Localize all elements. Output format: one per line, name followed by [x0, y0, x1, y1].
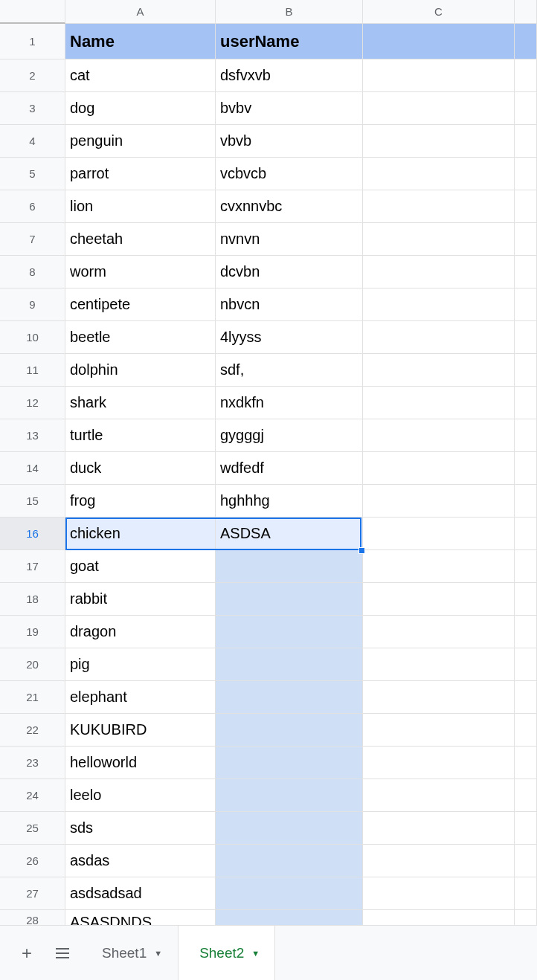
cell[interactable]: [363, 616, 515, 648]
cell[interactable]: [363, 24, 515, 59]
cell[interactable]: [216, 681, 363, 714]
cell[interactable]: [515, 550, 537, 583]
cell[interactable]: hghhhg: [216, 485, 363, 518]
cell[interactable]: [363, 747, 515, 779]
cell[interactable]: nvnvn: [216, 223, 363, 256]
cell[interactable]: vcbvcb: [216, 158, 363, 190]
cell[interactable]: dragon: [65, 616, 216, 648]
cell[interactable]: bvbv: [216, 92, 363, 125]
cell[interactable]: [363, 681, 515, 714]
cell[interactable]: cat: [65, 59, 216, 92]
column-header-c[interactable]: C: [363, 0, 515, 23]
cell[interactable]: [363, 518, 515, 550]
cell[interactable]: KUKUBIRD: [65, 714, 216, 747]
cell[interactable]: leelo: [65, 779, 216, 812]
cell[interactable]: [216, 877, 363, 910]
selection-fill-handle[interactable]: [358, 547, 365, 554]
cell[interactable]: pig: [65, 648, 216, 681]
cell[interactable]: [363, 288, 515, 321]
cell[interactable]: penguin: [65, 125, 216, 158]
cell[interactable]: [515, 747, 537, 779]
cell[interactable]: beetle: [65, 321, 216, 354]
cell[interactable]: [515, 354, 537, 387]
cell[interactable]: [363, 714, 515, 747]
cell[interactable]: rabbit: [65, 583, 216, 616]
column-header-b[interactable]: B: [216, 0, 363, 23]
row-header[interactable]: 12: [0, 387, 65, 419]
row-header[interactable]: 6: [0, 190, 65, 223]
cell[interactable]: [515, 714, 537, 747]
cell[interactable]: vbvb: [216, 125, 363, 158]
all-sheets-button[interactable]: [45, 935, 80, 971]
cell[interactable]: gygggj: [216, 419, 363, 452]
cell[interactable]: worm: [65, 256, 216, 288]
cell[interactable]: sdf,: [216, 354, 363, 387]
cell[interactable]: dsfvxvb: [216, 59, 363, 92]
cell[interactable]: [515, 321, 537, 354]
cell[interactable]: [515, 583, 537, 616]
cell[interactable]: [515, 223, 537, 256]
cell[interactable]: goat: [65, 550, 216, 583]
cell[interactable]: ASASDNDS: [65, 910, 216, 925]
cell[interactable]: [363, 125, 515, 158]
cell[interactable]: asdsadsad: [65, 877, 216, 910]
cell[interactable]: [515, 779, 537, 812]
row-header[interactable]: 25: [0, 812, 65, 845]
cell[interactable]: userName: [216, 24, 363, 59]
sheet-tab-sheet1[interactable]: Sheet1 ▼: [80, 926, 178, 981]
cell[interactable]: [515, 288, 537, 321]
cell[interactable]: [363, 223, 515, 256]
cell[interactable]: [363, 779, 515, 812]
cell[interactable]: [363, 845, 515, 877]
cell[interactable]: [515, 387, 537, 419]
cell[interactable]: [515, 92, 537, 125]
row-header[interactable]: 11: [0, 354, 65, 387]
cell[interactable]: [216, 616, 363, 648]
cell[interactable]: cvxnnvbc: [216, 190, 363, 223]
cell[interactable]: [363, 583, 515, 616]
row-header[interactable]: 7: [0, 223, 65, 256]
cell[interactable]: [363, 92, 515, 125]
cell[interactable]: asdas: [65, 845, 216, 877]
row-header[interactable]: 14: [0, 452, 65, 485]
cell[interactable]: [515, 452, 537, 485]
cell[interactable]: [216, 845, 363, 877]
cell[interactable]: sds: [65, 812, 216, 845]
cell[interactable]: [515, 59, 537, 92]
row-header[interactable]: 1: [0, 24, 65, 59]
cell[interactable]: centipete: [65, 288, 216, 321]
cell[interactable]: ASDSA: [216, 518, 363, 550]
cell[interactable]: [363, 190, 515, 223]
row-header[interactable]: 24: [0, 779, 65, 812]
cell[interactable]: cheetah: [65, 223, 216, 256]
cell[interactable]: parrot: [65, 158, 216, 190]
cell[interactable]: [515, 24, 537, 59]
column-header-d[interactable]: [515, 0, 537, 23]
add-sheet-button[interactable]: +: [9, 935, 45, 971]
column-header-a[interactable]: A: [65, 0, 216, 23]
cell[interactable]: [515, 125, 537, 158]
cell[interactable]: [363, 59, 515, 92]
cell[interactable]: chicken: [65, 518, 216, 550]
cell[interactable]: frog: [65, 485, 216, 518]
cell[interactable]: [216, 714, 363, 747]
cell[interactable]: [515, 485, 537, 518]
row-header[interactable]: 28: [0, 910, 65, 925]
row-header[interactable]: 21: [0, 681, 65, 714]
row-header[interactable]: 15: [0, 485, 65, 518]
row-header[interactable]: 18: [0, 583, 65, 616]
cell[interactable]: [363, 648, 515, 681]
sheet-tab-sheet2[interactable]: Sheet2 ▼: [178, 926, 275, 981]
cell[interactable]: [515, 190, 537, 223]
cell[interactable]: [515, 616, 537, 648]
cell[interactable]: [216, 812, 363, 845]
cell[interactable]: [515, 812, 537, 845]
cell[interactable]: 4lyyss: [216, 321, 363, 354]
cell[interactable]: [515, 877, 537, 910]
cell[interactable]: [363, 452, 515, 485]
row-header[interactable]: 16: [0, 518, 65, 550]
cell[interactable]: [363, 419, 515, 452]
cell[interactable]: nbvcn: [216, 288, 363, 321]
cell[interactable]: [363, 256, 515, 288]
row-header[interactable]: 20: [0, 648, 65, 681]
